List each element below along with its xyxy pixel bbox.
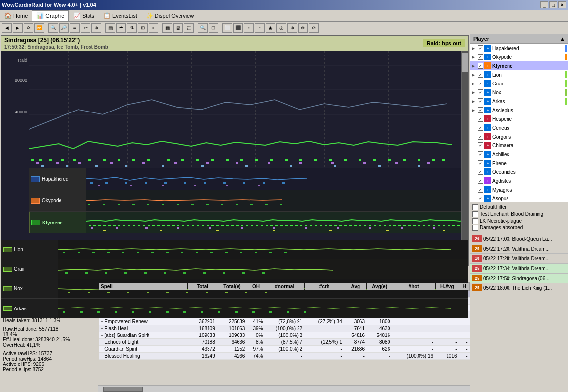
player-item-gorgons[interactable]: +Gorgons <box>470 132 568 141</box>
session-item-0[interactable]: 2905/22 17:03: Blood-Queen La... <box>470 234 568 244</box>
filter-checkbox[interactable] <box>472 225 478 231</box>
player-item-asclepius[interactable]: ▶+Asclepius <box>470 106 568 114</box>
session-item-1[interactable]: 2505/22 17:20: Valithria Dream... <box>470 244 568 254</box>
table-row[interactable]: +Echoes of Light70188646368%(87,5%) 7(12… <box>99 339 470 346</box>
player-item-oceanides[interactable]: +Oceanides <box>470 168 568 176</box>
toolbar-btn-5[interactable]: 🔍 <box>48 23 58 33</box>
player-item-achilles[interactable]: +Achilles <box>470 150 568 159</box>
toolbar-btn-8[interactable]: ✂ <box>81 23 90 33</box>
toolbar-btn-6[interactable]: 🔎 <box>59 23 69 33</box>
toolbar-btn-19[interactable]: ⬜ <box>222 23 232 33</box>
toolbar-btn-13[interactable]: ⊞ <box>138 23 148 33</box>
player-checkbox[interactable] <box>478 178 483 184</box>
toolbar-btn-15[interactable]: ▦ <box>162 23 172 33</box>
player-item-okypode[interactable]: ▶+Okypode <box>470 53 568 61</box>
col-total[interactable]: Total <box>187 283 217 291</box>
filter-checkbox[interactable] <box>472 218 478 224</box>
player-checkbox[interactable] <box>478 45 483 51</box>
player-checkbox[interactable] <box>478 134 483 140</box>
table-row[interactable]: +Flash Heal16810910186339%(100,0%) 22-76… <box>99 325 470 332</box>
col-spell[interactable]: Spell <box>99 283 188 291</box>
player-checkbox[interactable] <box>478 72 483 78</box>
toolbar-btn-22[interactable]: ▫ <box>255 23 265 33</box>
player-checkbox[interactable] <box>478 196 483 201</box>
toolbar-btn-12[interactable]: ⇅ <box>127 23 137 33</box>
expand-spell-btn[interactable]: + <box>101 319 104 324</box>
tab-stats[interactable]: 📈 Stats <box>69 10 99 21</box>
session-item-5[interactable]: 2505/22 18:06: The Lich King (1... <box>470 283 568 293</box>
toolbar-btn-27[interactable]: ⊘ <box>309 23 319 33</box>
toolbar-btn-zoom[interactable]: 🔍 <box>198 23 208 33</box>
toolbar-btn-2[interactable]: ▶ <box>13 23 23 33</box>
toolbar-btn-20[interactable]: ⬛ <box>233 23 243 33</box>
tab-dispel[interactable]: ✨ Dispel Overview <box>142 10 198 21</box>
player-checkbox[interactable] <box>478 142 483 148</box>
col-avge[interactable]: Avg(e) <box>367 283 392 291</box>
tab-home[interactable]: 🏠 Home <box>0 10 32 21</box>
expand-spell-btn[interactable]: + <box>101 353 104 359</box>
tab-eventslist[interactable]: 📋 EventsList <box>99 10 142 21</box>
player-checkbox[interactable] <box>478 89 483 95</box>
player-item-nox[interactable]: ▶+Nox <box>470 88 568 97</box>
col-avg[interactable]: Avg <box>344 283 367 291</box>
session-item-4[interactable]: 2505/22 17:50: Sindragosa (06... <box>470 274 568 283</box>
table-row[interactable]: +Blessed Healing16249426674%----(100,0%)… <box>99 353 470 360</box>
player-checkbox[interactable] <box>478 116 483 122</box>
player-item-chimaera[interactable]: +Chimaera <box>470 141 568 150</box>
filter-checkbox[interactable] <box>472 211 478 217</box>
toolbar-btn-17[interactable]: ⬚ <box>184 23 194 33</box>
toolbar-btn-3[interactable]: ⟳ <box>24 23 33 33</box>
player-item-myiagros[interactable]: +Myiagros <box>470 185 568 194</box>
toolbar-btn-7[interactable]: ≡ <box>70 23 80 33</box>
session-item-2[interactable]: 1805/22 17:28: Valithria Dream... <box>470 254 568 264</box>
player-item-agdistes[interactable]: +Agdistes <box>470 176 568 185</box>
expand-spell-btn[interactable]: + <box>101 339 104 345</box>
toolbar-btn-1[interactable]: ◀ <box>2 23 12 33</box>
player-checkbox[interactable] <box>478 81 483 86</box>
table-row[interactable]: +[abs] Guardian Spirit1096331096330%(100… <box>99 332 470 339</box>
col-crit[interactable]: #crit <box>304 283 344 291</box>
player-checkbox[interactable] <box>478 107 483 113</box>
col-normal[interactable]: #normal <box>265 283 304 291</box>
tab-graphic[interactable]: 📊 Graphic <box>32 10 69 21</box>
player-checkbox[interactable] <box>478 187 483 193</box>
toolbar-btn-14[interactable]: ○ <box>149 23 158 33</box>
player-item-eirene[interactable]: +Eirene <box>470 159 568 168</box>
player-item-graii[interactable]: ▶+Graii <box>470 79 568 88</box>
player-item-lion[interactable]: ▶+Lion <box>470 70 568 79</box>
maximize-button[interactable]: □ <box>549 1 557 8</box>
toolbar-btn-9[interactable]: ⊕ <box>91 23 101 33</box>
player-item-hapakhered[interactable]: ▶+Hapakhered <box>470 44 568 53</box>
player-checkbox[interactable] <box>478 125 483 131</box>
player-checkbox[interactable] <box>478 63 483 69</box>
toolbar-btn-16[interactable]: ▧ <box>173 23 183 33</box>
col-havg[interactable]: H.Avg <box>435 283 459 291</box>
player-checkbox[interactable] <box>478 169 483 175</box>
toolbar-btn-10[interactable]: ▤ <box>105 23 115 33</box>
toolbar-btn-21[interactable]: ▪ <box>244 23 254 33</box>
close-button[interactable]: × <box>558 1 566 8</box>
expand-spell-btn[interactable]: + <box>101 333 104 338</box>
filter-checkbox[interactable] <box>472 204 478 210</box>
table-row[interactable]: +Guardian Spirit43372125297%(100,0%) 2-2… <box>99 346 470 353</box>
minimize-button[interactable]: _ <box>540 1 548 8</box>
col-total-e[interactable]: Total(e) <box>217 283 247 291</box>
col-hot[interactable]: #hot <box>392 283 435 291</box>
player-checkbox[interactable] <box>478 151 483 157</box>
player-checkbox[interactable] <box>478 98 483 104</box>
player-checkbox[interactable] <box>478 160 483 166</box>
toolbar-btn-24[interactable]: ◎ <box>276 23 286 33</box>
expand-spell-btn[interactable]: + <box>101 346 104 352</box>
player-item-arkas[interactable]: ▶+Arkas <box>470 97 568 106</box>
player-item-klymene[interactable]: ▶+Klymene <box>470 61 568 70</box>
horizontal-scrollbar[interactable] <box>98 385 470 392</box>
toolbar-btn-25[interactable]: ⊕ <box>287 23 297 33</box>
sidebar-scroll-up[interactable]: ▲ <box>560 36 565 42</box>
player-item-ceneus[interactable]: +Ceneus <box>470 123 568 132</box>
player-checkbox[interactable] <box>478 54 483 60</box>
session-item-3[interactable]: 2505/22 17:34: Valithria Dream... <box>470 264 568 274</box>
toolbar-btn-11[interactable]: ⇄ <box>116 23 126 33</box>
toolbar-btn-26[interactable]: ⊗ <box>298 23 308 33</box>
player-item-hesperie[interactable]: +Hesperie <box>470 114 568 123</box>
toolbar-btn-18[interactable]: ⊡ <box>209 23 218 33</box>
